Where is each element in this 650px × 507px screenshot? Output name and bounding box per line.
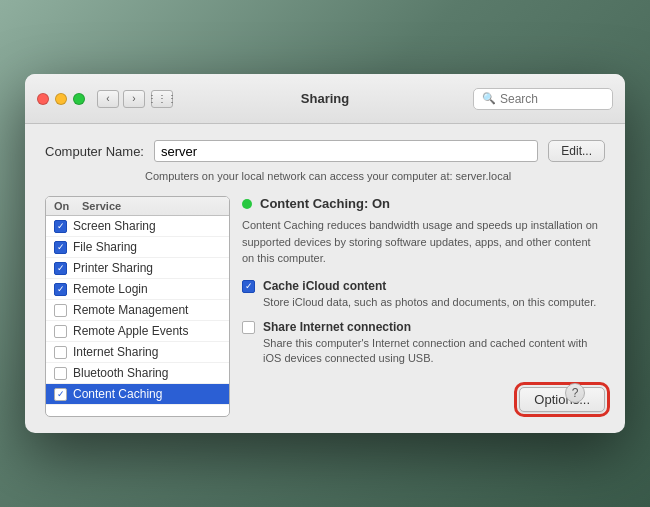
service-name-bluetooth-sharing: Bluetooth Sharing — [73, 366, 168, 380]
content-caching-title: Content Caching: On — [260, 196, 390, 211]
service-item-remote-apple-events[interactable]: Remote Apple Events — [46, 321, 229, 342]
nav-buttons: ‹ › — [97, 90, 145, 108]
checkmark-icon: ✓ — [57, 264, 65, 273]
service-item-internet-sharing[interactable]: Internet Sharing — [46, 342, 229, 363]
computer-name-hint: Computers on your local network can acce… — [145, 170, 605, 182]
checkmark-icon: ✓ — [57, 243, 65, 252]
service-item-remote-login[interactable]: ✓ Remote Login — [46, 279, 229, 300]
checkbox-share-internet[interactable] — [242, 321, 255, 334]
service-item-file-sharing[interactable]: ✓ File Sharing — [46, 237, 229, 258]
checkbox-remote-login[interactable]: ✓ — [54, 283, 67, 296]
bottom-area: Options... ? — [242, 377, 605, 417]
service-name-remote-login: Remote Login — [73, 282, 148, 296]
checkmark-icon: ✓ — [245, 281, 253, 291]
service-name-internet-sharing: Internet Sharing — [73, 345, 158, 359]
service-item-bluetooth-sharing[interactable]: Bluetooth Sharing — [46, 363, 229, 384]
edit-button[interactable]: Edit... — [548, 140, 605, 162]
checkbox-cache-icloud[interactable]: ✓ — [242, 280, 255, 293]
computer-name-label: Computer Name: — [45, 144, 144, 159]
content-area: Computer Name: Edit... Computers on your… — [25, 124, 625, 433]
checkbox-remote-apple-events[interactable] — [54, 325, 67, 338]
forward-button[interactable]: › — [123, 90, 145, 108]
checkbox-bluetooth-sharing[interactable] — [54, 367, 67, 380]
option-title-share-internet: Share Internet connection — [263, 320, 605, 334]
service-name-file-sharing: File Sharing — [73, 240, 137, 254]
right-panel: Content Caching: On Content Caching redu… — [242, 196, 605, 417]
service-name-screen-sharing: Screen Sharing — [73, 219, 156, 233]
checkbox-file-sharing[interactable]: ✓ — [54, 241, 67, 254]
search-icon: 🔍 — [482, 92, 496, 105]
back-button[interactable]: ‹ — [97, 90, 119, 108]
checkmark-icon: ✓ — [57, 285, 65, 294]
option-desc-share-internet: Share this computer's Internet connectio… — [263, 336, 605, 367]
service-item-screen-sharing[interactable]: ✓ Screen Sharing — [46, 216, 229, 237]
service-name-remote-apple-events: Remote Apple Events — [73, 324, 188, 338]
option-desc-cache-icloud: Store iCloud data, such as photos and do… — [263, 295, 605, 310]
computer-name-row: Computer Name: Edit... — [45, 140, 605, 162]
checkbox-internet-sharing[interactable] — [54, 346, 67, 359]
service-name-content-caching: Content Caching — [73, 387, 162, 401]
header-on: On — [54, 200, 82, 212]
minimize-button[interactable] — [55, 93, 67, 105]
option-text-cache-icloud: Cache iCloud content Store iCloud data, … — [263, 279, 605, 310]
bottom-row: Options... — [242, 377, 605, 412]
option-text-share-internet: Share Internet connection Share this com… — [263, 320, 605, 367]
grid-button[interactable]: ⋮⋮⋮ — [151, 90, 173, 108]
option-row-share-internet: Share Internet connection Share this com… — [242, 320, 605, 367]
option-row-cache-icloud: ✓ Cache iCloud content Store iCloud data… — [242, 279, 605, 310]
list-header: On Service — [46, 197, 229, 216]
titlebar: ‹ › ⋮⋮⋮ Sharing 🔍 — [25, 74, 625, 124]
search-box[interactable]: 🔍 — [473, 88, 613, 110]
service-name-remote-management: Remote Management — [73, 303, 188, 317]
checkbox-remote-management[interactable] — [54, 304, 67, 317]
content-caching-description: Content Caching reduces bandwidth usage … — [242, 217, 605, 267]
services-list: On Service ✓ Screen Sharing ✓ File Shari… — [45, 196, 230, 417]
main-panel: On Service ✓ Screen Sharing ✓ File Shari… — [45, 196, 605, 417]
checkbox-screen-sharing[interactable]: ✓ — [54, 220, 67, 233]
service-item-content-caching[interactable]: ✓ Content Caching — [46, 384, 229, 405]
header-service: Service — [82, 200, 121, 212]
options-button[interactable]: Options... — [519, 387, 605, 412]
content-caching-header: Content Caching: On — [242, 196, 605, 211]
window-title: Sharing — [301, 91, 349, 106]
sharing-window: ‹ › ⋮⋮⋮ Sharing 🔍 Computer Name: Edit...… — [25, 74, 625, 433]
service-item-printer-sharing[interactable]: ✓ Printer Sharing — [46, 258, 229, 279]
search-input[interactable] — [500, 92, 604, 106]
service-item-remote-management[interactable]: Remote Management — [46, 300, 229, 321]
checkbox-printer-sharing[interactable]: ✓ — [54, 262, 67, 275]
traffic-lights — [37, 93, 85, 105]
checkmark-icon: ✓ — [57, 222, 65, 231]
help-button[interactable]: ? — [565, 383, 585, 403]
checkmark-icon: ✓ — [57, 390, 65, 399]
option-title-cache-icloud: Cache iCloud content — [263, 279, 605, 293]
maximize-button[interactable] — [73, 93, 85, 105]
service-name-printer-sharing: Printer Sharing — [73, 261, 153, 275]
status-dot — [242, 199, 252, 209]
checkbox-content-caching[interactable]: ✓ — [54, 388, 67, 401]
computer-name-input[interactable] — [154, 140, 538, 162]
close-button[interactable] — [37, 93, 49, 105]
